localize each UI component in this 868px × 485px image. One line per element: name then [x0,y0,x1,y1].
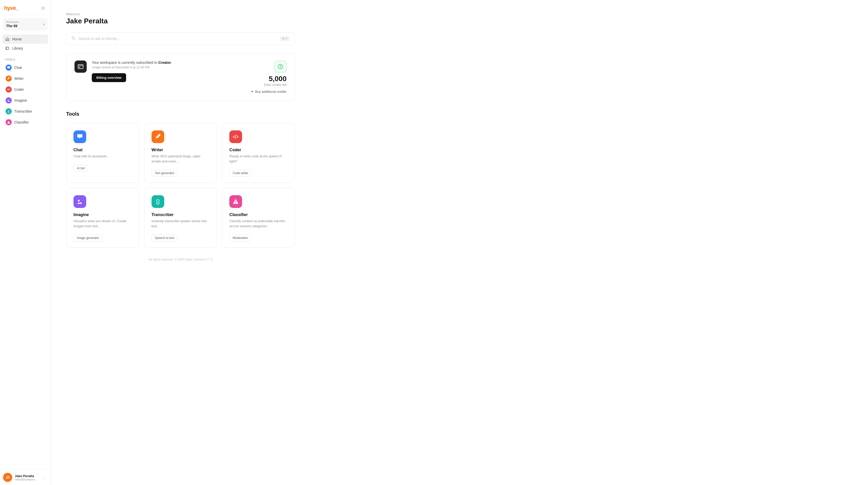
workspace-label: Workspace [6,21,19,23]
writer-card-icon [152,130,164,143]
credits-icon: T [274,61,286,73]
svg-point-6 [72,37,74,39]
writer-nav-icon [6,75,12,82]
transcriber-card-icon [152,195,164,208]
logo: hyve. [4,5,18,12]
billing-info: Your workspace is currently subscribed t… [92,61,172,82]
billing-renew-text: Usage renews at December 6 at 12:46 PM [92,66,172,69]
tool-nav-list: Chat Writer Coder Imagine Transcriber Cl… [0,62,51,128]
buy-credits-button[interactable]: ✦ Buy additional credits [251,90,286,94]
user-name: Jake Peralta [15,474,39,478]
billing-left: Your workspace is currently subscribed t… [74,61,172,82]
main-content: Welcome Jake Peralta Search or ask AI di… [51,0,868,485]
transcriber-nav-icon [6,108,12,115]
workspace-chevron-icon: ▾ [43,23,44,26]
tool-card-transcriber[interactable]: Transcriber Instantly transcribe spoken … [144,188,217,248]
coder-card-tag: Code writer [229,170,251,176]
coder-card-desc: Ready to write code at the speed of ligh… [229,154,287,164]
tool-card-imagine[interactable]: Imagine Visualize what you dream of. Cre… [66,188,139,248]
svg-rect-7 [78,65,83,69]
sidebar-item-library[interactable]: Library [3,44,48,53]
svg-rect-0 [41,7,45,7]
coder-nav-label: Coder [14,88,24,92]
imagine-card-tag: Image generator [73,235,102,241]
sidebar-item-imagine[interactable]: Imagine [3,95,48,106]
imagine-card-name: Imagine [73,213,132,217]
workspace-name: The 99 [6,24,19,28]
tool-card-coder[interactable]: Coder Ready to write code at the speed o… [222,123,295,183]
svg-rect-8 [79,67,80,68]
sidebar-item-chat[interactable]: Chat [3,62,48,73]
tool-card-chat[interactable]: Chat Chat with AI assistants AI bot [66,123,139,183]
imagine-nav-label: Imagine [14,98,27,102]
welcome-greeting: Welcome [66,12,853,16]
sidebar-toggle-icon [41,6,45,10]
sidebar-item-transcriber[interactable]: Transcriber [3,106,48,117]
tools-grid: Chat Chat with AI assistants AI bot Writ… [66,123,295,248]
main-nav: Home Library [0,33,51,55]
transcriber-card-name: Transcriber [152,213,210,217]
imagine-card-desc: Visualize what you dream of. Create imag… [73,219,132,228]
classifier-card-desc: Classify content as potentially harmful … [229,219,287,228]
sidebar-item-coder[interactable]: Coder [3,84,48,95]
classifier-nav-label: Classifier [14,120,29,124]
search-bar[interactable]: Search or ask AI directly... ⌘ K [66,32,295,45]
chat-card-name: Chat [73,148,132,152]
imagine-card-icon [73,195,86,208]
library-icon [5,46,10,51]
sidebar-item-writer[interactable]: Writer [3,73,48,84]
svg-rect-2 [41,9,45,10]
svg-rect-3 [6,47,9,50]
sidebar: hyve. Workspace The 99 ▾ Home L [0,0,51,485]
chat-card-icon [73,130,86,143]
svg-rect-1 [41,8,45,8]
tools-section-title: Tools [66,111,853,117]
coder-card-name: Coder [229,148,287,152]
search-shortcut: ⌘ K [280,36,289,41]
sidebar-footer: JP Jake Peralta hello@hyvegroup.co ⋮ [0,470,51,485]
chat-nav-icon [6,65,12,71]
credits-label: Total credits left [251,83,286,87]
sparkle-icon: ✦ [251,90,253,94]
writer-nav-label: Writer [14,76,24,80]
billing-icon [74,61,87,73]
sidebar-item-home[interactable]: Home [3,35,48,44]
tool-card-writer[interactable]: Writer Write SEO optimized blogs, sales … [144,123,217,183]
billing-description: Your workspace is currently subscribed t… [92,61,172,65]
transcriber-card-desc: Instantly transcribe spoken words into t… [152,219,210,228]
search-icon [71,36,75,41]
writer-card-name: Writer [152,148,210,152]
tools-nav-label: Tools [0,55,51,62]
sidebar-toggle-button[interactable] [39,5,46,12]
credits-section: T 5,000 Total credits left ✦ Buy additio… [251,61,286,94]
logo-dot: . [16,5,18,12]
chat-card-desc: Chat with AI assistants [73,154,132,159]
workspace-selector[interactable]: Workspace The 99 ▾ [3,18,48,31]
tool-card-classifier[interactable]: Classifier Classify content as potential… [222,188,295,248]
sidebar-item-classifier[interactable]: Classifier [3,117,48,128]
welcome-name: Jake Peralta [66,17,853,25]
user-more-button[interactable]: ⋮ [41,474,48,481]
writer-card-desc: Write SEO optimized blogs, sales emails … [152,154,210,164]
classifier-card-tag: Moderation [229,235,251,241]
coder-card-icon [229,130,242,143]
workspace-info: Workspace The 99 [6,21,19,28]
billing-card: Your workspace is currently subscribed t… [66,53,295,101]
billing-overview-button[interactable]: Billing overview [92,73,126,82]
coder-nav-icon [6,87,12,93]
svg-point-12 [157,199,159,202]
credits-number: 5,000 [251,75,286,83]
classifier-card-icon [229,195,242,208]
classifier-nav-icon [6,119,12,125]
main-footer: All rights reserved. © 2024 Hyve | Versi… [66,258,295,266]
user-info: Jake Peralta hello@hyvegroup.co [15,474,39,481]
chat-card-tag: AI bot [73,165,88,171]
search-placeholder: Search or ask AI directly... [79,37,277,41]
svg-point-5 [8,110,9,111]
library-label: Library [12,46,23,50]
transcriber-nav-label: Transcriber [14,109,32,114]
logo-text: hyve [4,5,16,11]
svg-point-11 [78,200,80,201]
imagine-nav-icon [6,97,12,103]
billing-plan-name: Creator [158,61,171,65]
